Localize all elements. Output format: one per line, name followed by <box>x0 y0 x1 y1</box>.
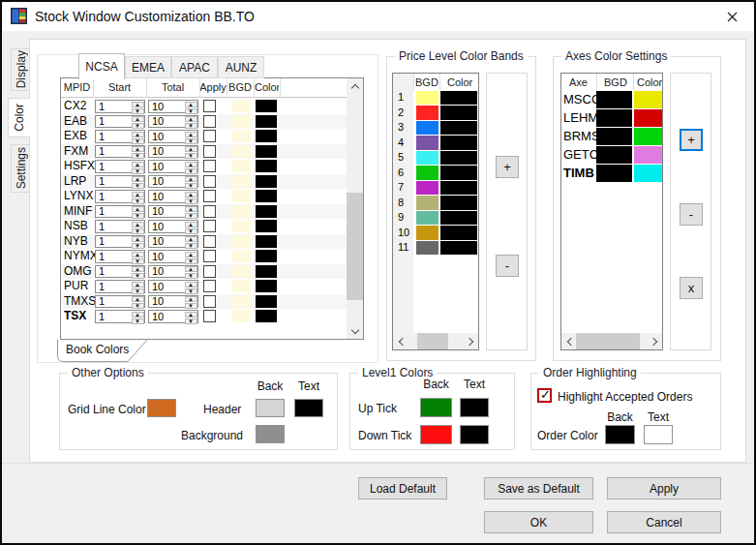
mpid-color-swatch[interactable] <box>256 190 277 202</box>
apply-checkbox[interactable] <box>203 145 216 158</box>
apply-checkbox[interactable] <box>203 265 216 278</box>
total-input[interactable] <box>149 221 184 232</box>
spin-up-icon[interactable]: ▲ <box>132 266 144 272</box>
band-bgd-swatch[interactable] <box>416 241 438 256</box>
total-input[interactable] <box>149 146 184 158</box>
band-color-swatch[interactable] <box>440 136 477 150</box>
add-axe-button[interactable]: + <box>680 129 703 151</box>
start-input[interactable] <box>96 191 131 202</box>
background-color-swatch[interactable] <box>256 425 285 443</box>
tab-settings[interactable]: Settings <box>11 144 31 193</box>
mpid-bgd-swatch[interactable] <box>232 265 251 278</box>
spin-up-icon[interactable]: ▲ <box>185 146 197 152</box>
spin-up-icon[interactable]: ▲ <box>132 162 144 167</box>
remove-axe-button[interactable]: - <box>680 203 703 226</box>
spin-up-icon[interactable]: ▲ <box>185 206 197 212</box>
mpid-color-swatch[interactable] <box>256 295 277 308</box>
axe-bgd-swatch[interactable] <box>596 128 632 145</box>
band-bgd-swatch[interactable] <box>416 196 438 210</box>
spin-up-icon[interactable]: ▲ <box>132 236 144 242</box>
spin-up-icon[interactable]: ▲ <box>185 312 197 318</box>
band-color-swatch[interactable] <box>440 211 477 226</box>
apply-checkbox[interactable] <box>203 130 216 142</box>
axes-horizontal-scrollbar[interactable] <box>561 333 662 349</box>
grid-line-color-swatch[interactable] <box>147 399 176 417</box>
market-tab-emea[interactable]: EMEA <box>125 56 171 78</box>
spin-up-icon[interactable]: ▲ <box>132 116 144 122</box>
axe-color-swatch[interactable] <box>634 91 662 108</box>
total-input[interactable] <box>149 191 184 202</box>
spin-up-icon[interactable]: ▲ <box>132 312 144 318</box>
mpid-color-swatch[interactable] <box>256 250 277 262</box>
apply-checkbox[interactable] <box>203 175 216 188</box>
market-tab-apac[interactable]: APAC <box>171 56 218 78</box>
spin-up-icon[interactable]: ▲ <box>132 206 144 212</box>
band-bgd-swatch[interactable] <box>416 211 438 226</box>
start-input[interactable] <box>96 146 131 158</box>
market-tab-ncsa[interactable]: NCSA <box>78 53 125 79</box>
axe-color-swatch[interactable] <box>634 146 662 164</box>
apply-checkbox[interactable] <box>203 220 216 232</box>
axe-bgd-swatch[interactable] <box>596 165 632 182</box>
ok-button[interactable]: OK <box>484 511 593 533</box>
start-input[interactable] <box>96 311 131 322</box>
mpid-bgd-swatch[interactable] <box>232 160 251 172</box>
down-tick-back-swatch[interactable] <box>420 425 452 444</box>
up-tick-back-swatch[interactable] <box>420 398 452 417</box>
mpid-bgd-swatch[interactable] <box>232 235 251 248</box>
start-input[interactable] <box>96 101 131 112</box>
band-bgd-swatch[interactable] <box>416 121 438 136</box>
spin-up-icon[interactable]: ▲ <box>185 282 197 288</box>
close-button[interactable] <box>711 2 754 31</box>
mpid-color-swatch[interactable] <box>256 235 277 248</box>
apply-checkbox[interactable] <box>203 310 216 322</box>
scroll-left-icon[interactable] <box>393 333 408 349</box>
band-bgd-swatch[interactable] <box>416 181 438 196</box>
price-bands-horizontal-scrollbar[interactable] <box>393 333 478 349</box>
apply-checkbox[interactable] <box>203 115 216 128</box>
apply-checkbox[interactable] <box>203 190 216 202</box>
start-input[interactable] <box>96 176 131 188</box>
mpid-bgd-swatch[interactable] <box>232 175 251 188</box>
apply-button[interactable]: Apply <box>607 477 721 500</box>
spin-up-icon[interactable]: ▲ <box>185 162 197 167</box>
spin-up-icon[interactable]: ▲ <box>132 132 144 137</box>
mpid-bgd-swatch[interactable] <box>232 295 251 308</box>
spin-up-icon[interactable]: ▲ <box>132 282 144 288</box>
spin-up-icon[interactable]: ▲ <box>132 102 144 107</box>
total-input[interactable] <box>149 116 184 128</box>
axe-bgd-swatch[interactable] <box>596 91 632 108</box>
cancel-button[interactable]: Cancel <box>607 511 721 533</box>
band-color-swatch[interactable] <box>440 121 477 136</box>
order-text-swatch[interactable] <box>644 425 673 444</box>
spin-up-icon[interactable]: ▲ <box>185 252 197 257</box>
mpid-bgd-swatch[interactable] <box>232 220 251 232</box>
apply-checkbox[interactable] <box>203 280 216 292</box>
delete-axe-button[interactable]: x <box>680 277 703 299</box>
start-input[interactable] <box>96 161 131 172</box>
total-input[interactable] <box>149 236 184 248</box>
total-input[interactable] <box>149 296 184 308</box>
header-text-swatch[interactable] <box>294 399 323 417</box>
mpid-bgd-swatch[interactable] <box>232 205 251 218</box>
mpid-bgd-swatch[interactable] <box>232 250 251 262</box>
start-input[interactable] <box>96 251 131 262</box>
band-bgd-swatch[interactable] <box>416 226 438 240</box>
scroll-right-icon[interactable] <box>647 333 662 349</box>
total-input[interactable] <box>149 176 184 188</box>
total-input[interactable] <box>149 311 184 322</box>
spin-up-icon[interactable]: ▲ <box>132 176 144 182</box>
axe-color-swatch[interactable] <box>634 128 662 145</box>
total-input[interactable] <box>149 161 184 172</box>
scroll-up-icon[interactable] <box>347 78 363 94</box>
band-color-swatch[interactable] <box>440 181 477 196</box>
mpid-bgd-swatch[interactable] <box>232 280 251 292</box>
total-input[interactable] <box>149 281 184 292</box>
tab-color[interactable]: Color <box>8 98 30 137</box>
mpid-bgd-swatch[interactable] <box>232 115 251 128</box>
band-color-swatch[interactable] <box>440 106 477 120</box>
total-input[interactable] <box>149 131 184 142</box>
start-input[interactable] <box>96 131 131 142</box>
total-input[interactable] <box>149 101 184 112</box>
apply-checkbox[interactable] <box>203 295 216 308</box>
